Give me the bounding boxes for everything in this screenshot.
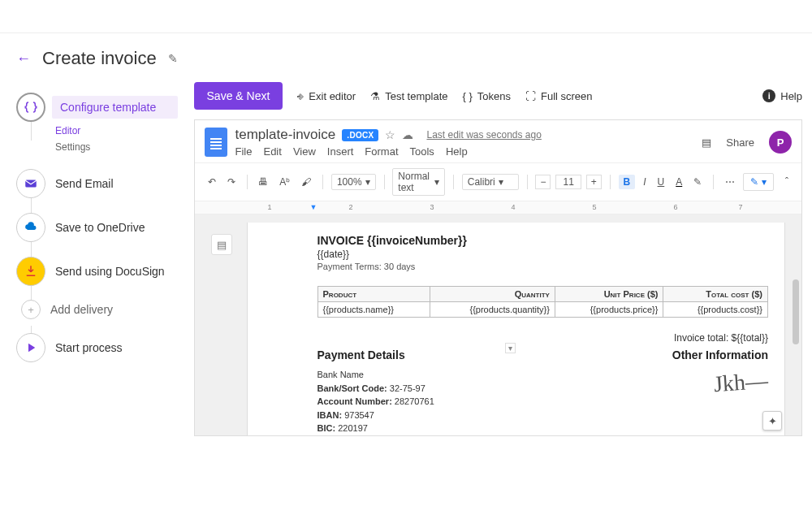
invoice-title-label: INVOICE xyxy=(317,234,367,247)
step-start-process[interactable]: Start process xyxy=(16,326,178,370)
chevron-down-icon: ▾ xyxy=(762,176,767,188)
menu-help[interactable]: Help xyxy=(446,145,468,158)
comment-icon[interactable]: ▤ xyxy=(702,136,711,149)
steps-sidebar: Configure template Editor Settings Send … xyxy=(16,77,178,436)
exit-editor-button[interactable]: ⎆Exit editor xyxy=(297,90,356,102)
font-size-inc[interactable]: + xyxy=(586,175,602,189)
test-template-button[interactable]: ⚗Test template xyxy=(370,90,447,102)
page-title: Create invoice xyxy=(42,48,157,69)
back-arrow-icon[interactable]: ← xyxy=(16,50,31,67)
more-icon[interactable]: ⋯ xyxy=(722,175,738,189)
scrollbar[interactable] xyxy=(793,279,799,409)
italic-button[interactable]: I xyxy=(640,175,649,189)
fullscreen-icon: ⛶ xyxy=(525,90,536,102)
menu-edit[interactable]: Edit xyxy=(263,145,281,158)
cloud-status-icon[interactable]: ☁ xyxy=(402,128,413,141)
other-info-heading: Other Information xyxy=(672,348,768,361)
style-select[interactable]: Normal text▾ xyxy=(392,168,445,196)
print-icon[interactable]: 🖶 xyxy=(255,175,271,189)
chevron-down-icon: ▾ xyxy=(434,176,439,188)
font-size-input[interactable]: 11 xyxy=(555,175,581,189)
products-table: Product Quantity Unit Price ($) Total co… xyxy=(317,286,768,318)
plus-icon[interactable]: + xyxy=(21,300,41,319)
invoice-total: Invoice total: ${{total}} xyxy=(317,332,768,344)
collapse-toolbar-icon[interactable]: ˆ xyxy=(782,175,792,189)
step-label: Start process xyxy=(55,336,178,359)
outline-icon[interactable]: ▤ xyxy=(211,234,232,255)
document-title[interactable]: template-invoice xyxy=(235,127,336,143)
zoom-select[interactable]: 100%▾ xyxy=(331,174,376,190)
save-next-button[interactable]: Save & Next xyxy=(194,82,283,110)
step-configure-template[interactable]: Configure template xyxy=(16,85,178,129)
cloud-icon xyxy=(16,213,45,242)
play-icon xyxy=(16,333,45,362)
undo-icon[interactable]: ↶ xyxy=(205,175,219,189)
font-size-dec[interactable]: − xyxy=(535,175,551,189)
spellcheck-icon[interactable]: Aᵇ xyxy=(276,175,293,189)
info-icon: i xyxy=(762,89,775,102)
menu-tools[interactable]: Tools xyxy=(410,145,434,158)
svg-rect-0 xyxy=(25,180,37,188)
menu-view[interactable]: View xyxy=(293,145,316,158)
step-label[interactable]: Configure template xyxy=(52,96,178,119)
page-canvas: ▤ INVOICE {{invoiceNumber}} {{date}} Pay… xyxy=(195,214,801,436)
exit-icon: ⎆ xyxy=(297,90,304,102)
redo-icon[interactable]: ↷ xyxy=(224,175,239,189)
highlight-button[interactable]: ✎ xyxy=(690,175,705,189)
braces-icon xyxy=(16,93,45,122)
step-label: Send using DocuSign xyxy=(55,260,178,283)
table-row: {{products.name}} {{products.quantity}} … xyxy=(317,302,767,318)
braces-icon: { } xyxy=(462,90,472,102)
chevron-down-icon: ▾ xyxy=(365,176,370,188)
flask-icon: ⚗ xyxy=(370,90,380,102)
sub-step-settings[interactable]: Settings xyxy=(55,139,178,155)
menu-insert[interactable]: Insert xyxy=(327,145,354,158)
step-label: Save to OneDrive xyxy=(55,216,178,239)
payment-details: Payment Details Bank Name Bank/Sort Code… xyxy=(317,348,495,436)
step-label: Send Email xyxy=(55,172,178,195)
col-total-cost: Total cost ($) xyxy=(663,287,768,302)
envelope-icon xyxy=(16,169,45,198)
step-label: Add delivery xyxy=(50,298,178,321)
menu-format[interactable]: Format xyxy=(365,145,398,158)
step-add-delivery[interactable]: + Add delivery xyxy=(16,293,178,326)
bold-button[interactable]: B xyxy=(619,175,636,189)
col-unit-price: Unit Price ($) xyxy=(555,287,663,302)
ruler[interactable]: ▼ 1 2 3 4 5 6 7 xyxy=(195,201,801,214)
font-select[interactable]: Calibri▾ xyxy=(462,174,519,190)
docs-menubar: File Edit View Insert Format Tools Help xyxy=(235,145,694,158)
chevron-down-icon: ▾ xyxy=(499,176,503,188)
col-product: Product xyxy=(317,287,430,302)
paint-format-icon[interactable]: 🖌 xyxy=(298,175,314,189)
tokens-button[interactable]: { }Tokens xyxy=(462,90,511,102)
last-edit-link[interactable]: Last edit was seconds ago xyxy=(426,129,541,141)
star-icon[interactable]: ☆ xyxy=(385,128,395,141)
document-page[interactable]: INVOICE {{invoiceNumber}} {{date}} Payme… xyxy=(247,223,785,436)
section-collapse-icon[interactable]: ▾ xyxy=(505,343,516,353)
editor-toolbar: Save & Next ⎆Exit editor ⚗Test template … xyxy=(194,82,812,110)
page-header: ← Create invoice ✎ xyxy=(0,32,812,77)
download-icon xyxy=(16,257,45,286)
help-button[interactable]: iHelp xyxy=(762,89,802,102)
docs-app-icon[interactable] xyxy=(205,128,227,157)
main-panel: Save & Next ⎆Exit editor ⚗Test template … xyxy=(194,77,812,436)
explore-button[interactable]: ✦ xyxy=(762,411,782,431)
payment-terms: Payment Terms: 30 days xyxy=(317,262,768,271)
step-save-onedrive[interactable]: Save to OneDrive xyxy=(16,206,178,249)
step-docusign[interactable]: Send using DocuSign xyxy=(16,249,178,293)
pencil-icon[interactable]: ✎ xyxy=(168,52,178,65)
docx-badge: .DOCX xyxy=(342,129,378,141)
invoice-date-token: {{date}} xyxy=(317,249,768,260)
fullscreen-button[interactable]: ⛶Full screen xyxy=(525,90,593,102)
step-send-email[interactable]: Send Email xyxy=(16,162,178,206)
signature-image: Jkh— xyxy=(713,368,769,398)
avatar[interactable]: P xyxy=(769,131,792,154)
editing-mode-select[interactable]: ✎ ▾ xyxy=(743,173,774,191)
underline-button[interactable]: U xyxy=(654,175,668,189)
col-quantity: Quantity xyxy=(430,287,555,302)
menu-file[interactable]: File xyxy=(235,145,253,158)
other-information: Other Information Jkh— xyxy=(672,348,768,436)
share-button[interactable]: Share xyxy=(726,136,754,149)
text-color-button[interactable]: A xyxy=(672,175,685,189)
indent-marker-icon[interactable]: ▼ xyxy=(310,203,317,211)
